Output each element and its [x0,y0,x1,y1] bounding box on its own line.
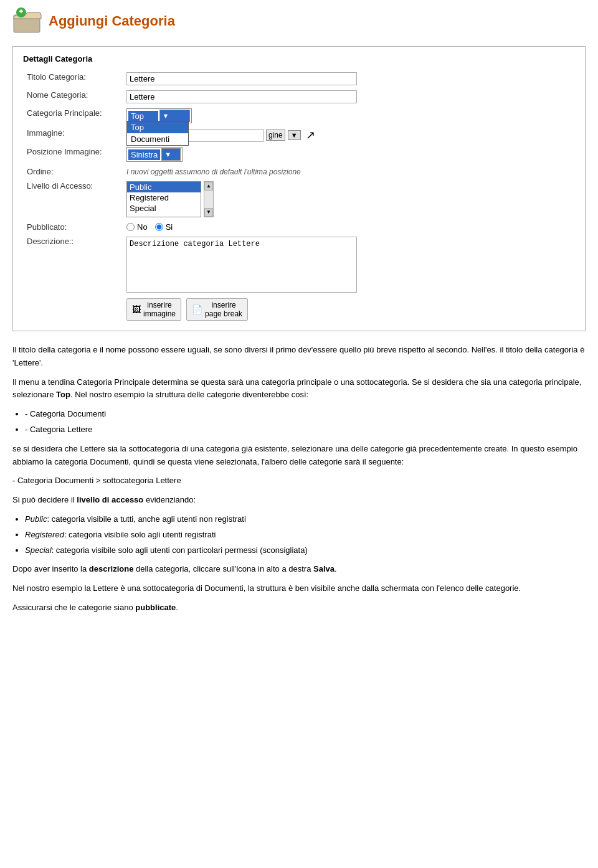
access-item-public-desc: Public: categoria visibile a tutti, anch… [25,513,586,526]
inserire-pagebreak-btn[interactable]: 📄 inserirepage break [186,298,248,321]
structure-item-2: Categoria Lettere [25,423,586,436]
pubblicato-cell: No Si [123,220,575,234]
dropdown-option-documenti[interactable]: Documenti [127,133,188,145]
accesso-listbox-wrapper: Public Registered Special ▲ ▼ [126,181,571,217]
scroll-down-btn[interactable]: ▼ [204,208,213,217]
principale-dropdown-wrapper: Top ▼ Top Documenti [126,108,192,123]
inserire-immagine-btn[interactable]: 🖼 inserireimmagine [126,298,181,321]
form-table: Titolo Categoria: Nome Categoria: Catego… [23,70,575,323]
posizione-row: Posizione Immagine: Sinistra ▼ [23,144,575,164]
principale-dropdown-menu: Top Documenti [126,121,189,146]
pubblicato-radio-group: No Si [126,222,571,232]
nome-input[interactable] [126,90,357,103]
immagine-label: Immagine: [23,126,123,144]
inserire-immagine-label: inserireimmagine [143,301,176,318]
dropdown-option-top[interactable]: Top [127,121,188,133]
inserire-pagebreak-icon: 📄 [192,304,202,314]
nome-row: Nome Categoria: [23,88,575,106]
access-item-registered-desc: Registered: categoria visibile solo agli… [25,529,586,542]
ordine-text: I nuovi oggetti assumono di default l'ul… [126,167,301,176]
nome-label: Nome Categoria: [23,88,123,106]
cursor-icon: ↗ [306,128,315,142]
access-item-public[interactable]: Public [127,182,201,192]
immagine-select-btn[interactable]: gine [266,130,285,141]
body-p4: Si può decidere il livello di accesso ev… [12,494,586,507]
immagine-cell: gine ▼ ↗ [123,126,575,144]
structure-item-1: Categoria Documenti [25,408,586,421]
page-header: Aggiungi Categoria [12,6,586,36]
header-icon [12,6,42,36]
scroll-up-btn[interactable]: ▲ [204,182,213,191]
editor-toolbar: 🖼 inserireimmagine 📄 inserirepage break [126,298,571,321]
access-item-special[interactable]: Special [127,203,201,214]
structure-list: Categoria Documenti Categoria Lettere [25,408,586,436]
body-tree: - Categoria Documenti > sottocategoria L… [12,474,586,488]
inserire-immagine-icon: 🖼 [132,304,141,314]
posizione-value: Sinistra [128,149,160,160]
radio-no[interactable] [126,223,135,231]
titolo-input[interactable] [126,72,357,85]
posizione-select[interactable]: Sinistra ▼ [126,147,183,162]
principale-row: Categoria Principale: Top ▼ Top Document… [23,106,575,126]
pubblicato-label: Pubblicato: [23,220,123,234]
descrizione-label: Descrizione:: [23,234,123,323]
titolo-cell [123,70,575,88]
principale-label: Categoria Principale: [23,106,123,126]
immagine-row: Immagine: gine ▼ ↗ [23,126,575,144]
posizione-dropdown-btn[interactable]: ▼ [161,148,181,161]
svg-rect-3 [21,10,22,13]
body-p6: Nel nostro esempio la Lettere è una sott… [12,582,586,595]
descrizione-row: Descrizione:: Descrizione categoria Lett… [23,234,575,323]
accesso-listbox[interactable]: Public Registered Special [126,181,201,217]
body-p1: Il titolo della categoria e il nome poss… [12,344,586,370]
principale-selected-value: Top [128,111,158,121]
radio-no-label[interactable]: No [126,222,148,232]
ordine-label: Ordine: [23,164,123,179]
accesso-cell: Public Registered Special ▲ ▼ [123,179,575,220]
body-p7: Assicurarsi che le categorie siano pubbl… [12,601,586,615]
accesso-label: Livello di Accesso: [23,179,123,220]
panel-title: Dettagli Categoria [23,54,575,64]
pubblicato-row: Pubblicato: No Si [23,220,575,234]
posizione-label: Posizione Immagine: [23,144,123,164]
ordine-cell: I nuovi oggetti assumono di default l'ul… [123,164,575,179]
titolo-label: Titolo Categoria: [23,70,123,88]
posizione-cell: Sinistra ▼ [123,144,575,164]
radio-si-label[interactable]: Si [155,222,173,232]
principale-dropdown-btn[interactable]: ▼ [159,110,191,122]
radio-si-text: Si [166,222,173,232]
immagine-dropdown-btn[interactable]: ▼ [288,130,301,140]
body-p2: Il menu a tendina Categoria Principale d… [12,376,586,402]
body-text: Il titolo della categoria e il nome poss… [12,344,586,615]
radio-no-text: No [137,222,148,232]
page-title: Aggiungi Categoria [49,13,175,29]
access-item-registered[interactable]: Registered [127,192,201,203]
listbox-scrollbar: ▲ ▼ [204,181,214,217]
body-p3: se si desidera che Lettere sia la sottoc… [12,443,586,469]
descrizione-textarea[interactable]: Descrizione categoria Lettere [126,237,357,293]
inserire-pagebreak-label: inserirepage break [205,301,242,318]
body-p5: Dopo aver inserito la descrizione della … [12,563,586,576]
dettagli-panel: Dettagli Categoria Titolo Categoria: Nom… [12,46,586,331]
principale-cell: Top ▼ Top Documenti [123,106,575,126]
titolo-row: Titolo Categoria: [23,70,575,88]
accesso-row: Livello di Accesso: Public Registered Sp… [23,179,575,220]
access-list: Public: categoria visibile a tutti, anch… [25,513,586,557]
nome-cell [123,88,575,106]
radio-si[interactable] [155,223,163,231]
access-item-special-desc: Special: categoria visibile solo agli ut… [25,544,586,557]
immagine-row-controls: gine ▼ ↗ [126,128,571,142]
descrizione-cell: Descrizione categoria Lettere 🖼 inserire… [123,234,575,323]
ordine-row: Ordine: I nuovi oggetti assumono di defa… [23,164,575,179]
